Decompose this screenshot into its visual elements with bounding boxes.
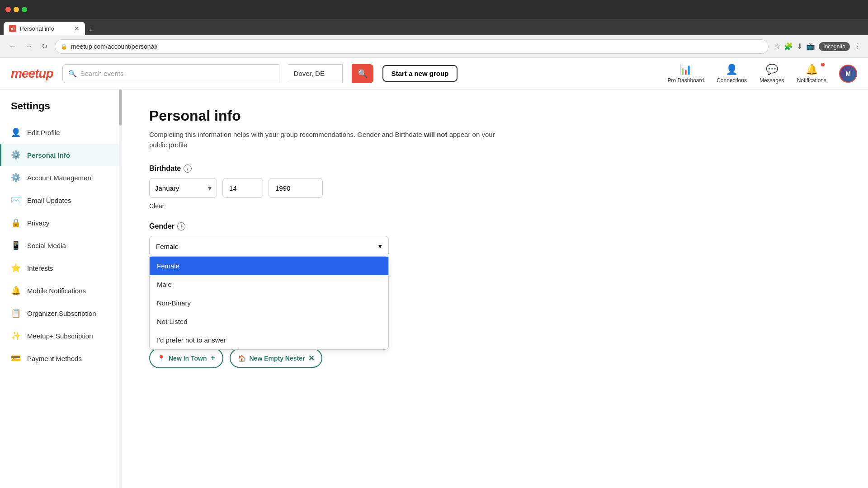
logo-text: meetup — [11, 66, 53, 80]
messages-label: Messages — [760, 77, 784, 84]
location-bar[interactable]: Dover, DE — [288, 64, 343, 83]
browser-chrome — [0, 0, 868, 19]
scrollbar-track — [119, 89, 122, 488]
refresh-btn[interactable]: ↻ — [40, 40, 49, 52]
year-input[interactable] — [269, 178, 323, 198]
meetup-subscription-icon: ✨ — [11, 331, 21, 341]
sidebar-item-personal-info[interactable]: ⚙️ Personal Info — [0, 144, 122, 166]
extensions-icon[interactable]: 🧩 — [784, 42, 793, 51]
address-bar: ← → ↻ 🔒 meetup.com/account/personal/ ☆ 🧩… — [0, 35, 868, 58]
sidebar-item-edit-profile[interactable]: 👤 Edit Profile — [0, 121, 122, 144]
gender-section: Gender i Female ▾ Female Male Non-Binary… — [149, 222, 502, 257]
new-empty-nester-remove-btn[interactable]: ✕ — [308, 354, 314, 362]
clear-birthdate-btn[interactable]: Clear — [149, 202, 502, 210]
pro-dashboard-label: Pro Dashboard — [667, 77, 704, 84]
tab-favicon: m — [9, 25, 16, 32]
new-empty-nester-chip[interactable]: 🏠 New Empty Nester ✕ — [230, 348, 322, 368]
messages-nav[interactable]: 💬 Messages — [760, 64, 784, 84]
gender-option-nonbinary[interactable]: Non-Binary — [150, 294, 388, 312]
sidebar-item-email-updates[interactable]: ✉️ Email Updates — [0, 189, 122, 211]
sidebar-item-meetup-subscription[interactable]: ✨ Meetup+ Subscription — [0, 324, 122, 347]
day-input[interactable] — [222, 178, 263, 198]
privacy-icon: 🔒 — [11, 218, 21, 228]
url-text: meetup.com/account/personal/ — [71, 43, 157, 50]
new-tab-btn[interactable]: + — [85, 26, 97, 35]
sidebar-label-email-updates: Email Updates — [27, 197, 71, 204]
sidebar-item-interests[interactable]: ⭐ Interests — [0, 257, 122, 279]
gender-label: Gender i — [149, 222, 502, 230]
gender-select-box[interactable]: Female ▾ — [149, 236, 389, 257]
birthdate-info-icon[interactable]: i — [184, 164, 192, 173]
connections-nav[interactable]: 👤 Connections — [717, 64, 747, 84]
email-updates-icon: ✉️ — [11, 195, 21, 205]
search-icon: 🔍 — [68, 70, 77, 78]
user-avatar-nav[interactable]: M — [839, 65, 857, 83]
minimize-window-btn[interactable] — [14, 7, 19, 12]
new-in-town-add-btn[interactable]: + — [211, 353, 216, 363]
search-bar[interactable]: 🔍 Search events — [62, 64, 279, 83]
search-submit-btn[interactable]: 🔍 — [352, 64, 373, 83]
back-btn[interactable]: ← — [7, 41, 18, 52]
sidebar-label-privacy: Privacy — [27, 219, 49, 227]
new-empty-nester-emoji: 🏠 — [238, 355, 245, 362]
tab-close-btn[interactable]: ✕ — [74, 25, 80, 32]
gender-dropdown: Female Male Non-Binary Not Listed I'd pr… — [149, 257, 389, 350]
notifications-label: Notifications — [797, 77, 826, 84]
tab-title: Personal info — [20, 25, 54, 32]
month-select[interactable]: January February March April May June Ju… — [149, 178, 217, 198]
avatar: M — [839, 65, 857, 83]
page-description: Completing this information helps with y… — [149, 130, 502, 150]
bookmark-icon[interactable]: ☆ — [774, 42, 780, 51]
gender-option-female[interactable]: Female — [150, 257, 388, 275]
sidebar-item-privacy[interactable]: 🔒 Privacy — [0, 211, 122, 234]
gender-selected-value: Female — [156, 243, 179, 250]
sidebar: Settings 👤 Edit Profile ⚙️ Personal Info… — [0, 89, 122, 488]
new-in-town-emoji: 📍 — [157, 355, 165, 362]
gender-option-notlisted[interactable]: Not Listed — [150, 312, 388, 331]
gender-option-male[interactable]: Male — [150, 275, 388, 294]
notification-badge — [821, 63, 825, 66]
pro-dashboard-icon: 📊 — [679, 64, 692, 75]
sidebar-item-payment-methods[interactable]: 💳 Payment Methods — [0, 347, 122, 370]
sidebar-item-mobile-notifications[interactable]: 🔔 Mobile Notifications — [0, 279, 122, 302]
sidebar-item-account-management[interactable]: ⚙️ Account Management — [0, 166, 122, 189]
social-media-icon: 📱 — [11, 240, 21, 250]
scrollbar-thumb[interactable] — [119, 89, 122, 126]
birthdate-section: Birthdate i January February March April… — [149, 164, 502, 210]
start-group-btn[interactable]: Start a new group — [382, 65, 458, 82]
meetup-logo[interactable]: meetup — [11, 66, 53, 81]
gender-info-icon[interactable]: i — [177, 222, 185, 230]
sidebar-item-social-media[interactable]: 📱 Social Media — [0, 234, 122, 257]
maximize-window-btn[interactable] — [22, 7, 27, 12]
download-icon[interactable]: ⬇ — [797, 42, 802, 51]
search-placeholder: Search events — [80, 70, 124, 77]
mobile-notifications-icon: 🔔 — [11, 286, 21, 296]
personal-info-icon: ⚙️ — [11, 150, 21, 160]
active-tab[interactable]: m Personal info ✕ — [4, 22, 85, 35]
connections-icon: 👤 — [726, 64, 738, 75]
interests-icon: ⭐ — [11, 263, 21, 273]
forward-btn[interactable]: → — [24, 41, 34, 52]
new-in-town-chip[interactable]: 📍 New In Town + — [149, 348, 223, 368]
sidebar-label-social-media: Social Media — [27, 242, 66, 249]
gender-dropdown-arrow-icon: ▾ — [378, 242, 382, 250]
sidebar-title: Settings — [0, 100, 122, 121]
header-nav: 📊 Pro Dashboard 👤 Connections 💬 Messages… — [667, 64, 857, 84]
gender-option-prefernotanswer[interactable]: I'd prefer not to answer — [150, 331, 388, 349]
cast-icon[interactable]: 📺 — [806, 42, 815, 51]
sidebar-label-interests: Interests — [27, 264, 53, 272]
incognito-badge: Incognito — [819, 42, 850, 51]
sidebar-label-account-management: Account Management — [27, 174, 93, 182]
url-bar[interactable]: 🔒 meetup.com/account/personal/ — [55, 39, 769, 54]
new-empty-nester-label: New Empty Nester — [249, 355, 305, 362]
account-management-icon: ⚙️ — [11, 173, 21, 183]
page-title: Personal info — [149, 108, 502, 124]
window-controls — [5, 7, 27, 12]
sidebar-item-organizer-subscription[interactable]: 📋 Organizer Subscription — [0, 302, 122, 324]
close-window-btn[interactable] — [5, 7, 11, 12]
pro-dashboard-nav[interactable]: 📊 Pro Dashboard — [667, 64, 704, 84]
menu-icon[interactable]: ⋮ — [854, 42, 861, 51]
sidebar-label-payment-methods: Payment Methods — [27, 355, 82, 362]
notifications-nav[interactable]: 🔔 Notifications — [797, 64, 826, 84]
organizer-subscription-icon: 📋 — [11, 308, 21, 318]
